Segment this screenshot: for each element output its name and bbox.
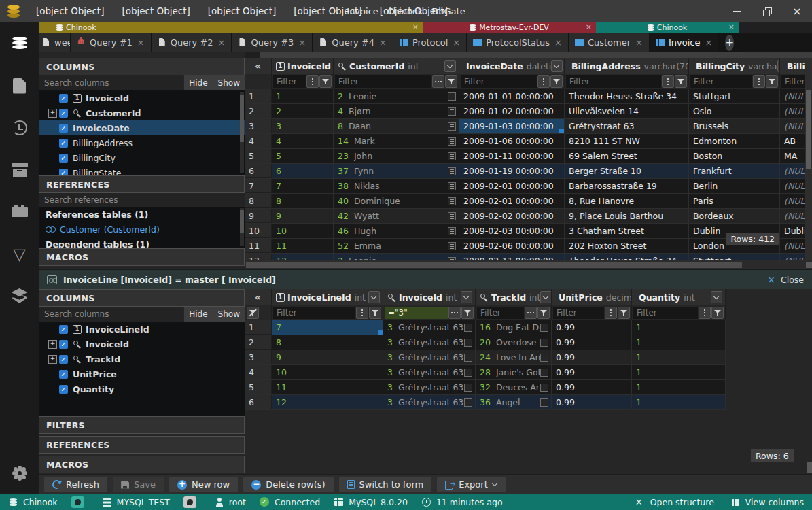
filter-menu-button[interactable] <box>605 307 617 319</box>
cell-invoiceid[interactable]: 2 <box>272 104 334 118</box>
column-dropdown-button[interactable] <box>444 60 456 72</box>
column-dropdown-button[interactable] <box>540 291 552 303</box>
document-lookup-icon[interactable] <box>448 167 456 175</box>
column-header-unitprice[interactable]: UnitPricedecim <box>552 289 632 305</box>
cell-invoiceid[interactable]: 3Grétrystraat 63 <box>383 395 476 409</box>
tab-close-icon[interactable]: × <box>453 37 460 48</box>
cell-invoiceid[interactable]: 9 <box>272 209 334 223</box>
cell-billingaddress[interactable]: Ullevålsveien 14 <box>565 104 689 118</box>
cell-customerid[interactable]: 2Leonie <box>334 254 459 260</box>
checkbox[interactable] <box>59 370 68 379</box>
tab-close-icon[interactable]: × <box>218 37 226 48</box>
cell-trackid[interactable]: 24Love In An E <box>476 350 552 364</box>
document-lookup-icon[interactable] <box>540 354 548 362</box>
references-section-header[interactable]: REFERENCES <box>39 436 245 454</box>
cell-invoicedate[interactable]: 2009-02-03 00:00:00 <box>459 224 565 238</box>
table-row[interactable]: 2 2 4Bjørn 2009-01-02 00:00:00 Ullevålsv… <box>245 104 812 119</box>
cell-billingcity[interactable]: Stuttgart <box>689 254 780 260</box>
document-lookup-icon[interactable] <box>448 197 456 205</box>
cell-billingaddress[interactable]: Theodor-Heuss-Straße 34 <box>565 254 689 260</box>
cell-customerid[interactable]: 42Wyatt <box>334 209 459 223</box>
column-list-item[interactable]: Quantity <box>39 381 245 396</box>
filter-unitprice[interactable] <box>552 305 632 320</box>
tab[interactable]: Query #1 × <box>71 33 152 52</box>
tab[interactable]: Query #2 × <box>152 33 232 52</box>
row-number[interactable]: 2 <box>245 335 272 350</box>
checkbox[interactable] <box>59 109 68 118</box>
column-list-item[interactable]: CustomerId <box>39 105 245 120</box>
panel-scrollbar[interactable] <box>240 208 244 246</box>
menu-item[interactable]: [object Object] <box>199 0 285 22</box>
cell-trackid[interactable]: 32Deuces Are <box>476 380 552 394</box>
cell-quantity[interactable]: 1 <box>632 335 726 350</box>
cell-invoiceid[interactable]: 11 <box>272 239 334 253</box>
filter-menu-button[interactable] <box>662 75 674 88</box>
column-header-billingaddress[interactable]: BillingAddressvarchar(70 <box>565 58 689 74</box>
sidebar-item-plugins[interactable] <box>0 191 39 233</box>
cell-billingcity[interactable]: Bordeaux <box>689 209 780 223</box>
checkbox[interactable] <box>59 169 68 176</box>
menu-item[interactable]: [object Object] <box>113 0 198 22</box>
connection-group-metrostav[interactable]: Metrostav-Evr-DEV × <box>423 22 596 33</box>
cell-invoicedate[interactable]: 2009-01-19 00:00:00 <box>459 164 565 178</box>
tab-close-icon[interactable]: × <box>705 37 712 48</box>
connection-group-chinook[interactable]: Chinook × <box>39 22 423 33</box>
cell-billingaddress[interactable]: 202 Hoxton Street <box>565 239 689 253</box>
cell-quantity[interactable]: 1 <box>632 380 726 394</box>
filter-invoiceid[interactable] <box>272 74 334 89</box>
group-close-icon[interactable]: × <box>728 22 735 31</box>
filter-apply-button[interactable] <box>766 75 778 88</box>
expand-icon[interactable] <box>48 109 59 118</box>
filter-menu-button[interactable] <box>537 75 550 88</box>
clear-filters-cell[interactable] <box>245 305 272 320</box>
document-lookup-icon[interactable] <box>540 324 548 332</box>
filter-input[interactable] <box>273 75 306 88</box>
new-row-button[interactable]: + New row <box>169 477 238 492</box>
close-button[interactable]: × <box>782 0 812 22</box>
cell-billingaddress[interactable]: 8210 111 ST NW <box>565 134 689 148</box>
switch-to-form-button[interactable]: Switch to form <box>339 477 432 492</box>
cell-unitprice[interactable]: 0.99 <box>552 350 632 364</box>
search-columns-input[interactable] <box>39 75 183 90</box>
panel-scrollbar[interactable] <box>240 92 244 173</box>
statusbar-item[interactable] <box>183 496 200 508</box>
table-row[interactable]: 1 7 3Grétrystraat 63 16Dog Eat Dog 0.99 … <box>245 320 726 335</box>
cell-invoicelineid[interactable]: 7 <box>272 320 383 335</box>
group-close-icon[interactable]: × <box>412 22 419 31</box>
cell-trackid[interactable]: 20Overdose <box>476 335 552 350</box>
cell-customerid[interactable]: 14Mark <box>334 134 459 148</box>
macros-section-header[interactable]: MACROS <box>39 248 245 266</box>
document-lookup-icon[interactable] <box>448 242 456 250</box>
reference-link-customer[interactable]: Customer (CustomerId) <box>39 222 245 237</box>
filter-apply-button[interactable] <box>461 307 474 319</box>
cell-trackid[interactable]: 28Janie's Got A <box>476 365 552 379</box>
cell-billingaddress[interactable]: 8, Rue Hanovre <box>565 194 689 208</box>
cell-invoiceid[interactable]: 3Grétrystraat 63 <box>383 350 476 364</box>
row-number[interactable]: 6 <box>245 395 272 409</box>
cell-invoicedate[interactable]: 2009-02-11 00:00:00 <box>459 254 565 260</box>
cell-invoicedate[interactable]: 2009-02-01 00:00:00 <box>459 194 565 208</box>
cell-invoiceid[interactable]: 3Grétrystraat 63 <box>383 380 476 394</box>
filter-input-active[interactable] <box>385 307 448 319</box>
document-lookup-icon[interactable] <box>540 369 548 377</box>
document-lookup-icon[interactable] <box>464 324 472 332</box>
document-lookup-icon[interactable] <box>448 92 456 101</box>
cell-invoiceid[interactable]: 3 <box>272 119 334 133</box>
sidebar-item-history[interactable] <box>0 107 39 149</box>
cell-unitprice[interactable]: 0.99 <box>552 395 632 409</box>
cell-customerid[interactable]: 4Bjørn <box>334 104 459 118</box>
grid-horizontal-scrollbar[interactable] <box>245 260 812 269</box>
cell-invoicedate[interactable]: 2009-01-06 00:00:00 <box>459 134 565 148</box>
tab-close-icon[interactable]: × <box>137 37 145 48</box>
cell-quantity[interactable]: 1 <box>632 350 726 364</box>
sidebar-item-archive[interactable] <box>0 149 39 191</box>
table-row[interactable]: 6 12 3Grétrystraat 63 36Angel 0.99 1 <box>245 395 726 410</box>
document-lookup-icon[interactable] <box>464 369 472 377</box>
filter-input[interactable] <box>335 75 431 88</box>
cell-invoicelineid[interactable]: 9 <box>272 350 383 364</box>
document-lookup-icon[interactable] <box>464 354 472 362</box>
column-header-invoicedate[interactable]: InvoiceDatedateti <box>459 58 565 74</box>
column-list-item[interactable]: InvoiceId <box>39 90 245 105</box>
row-number[interactable]: 6 <box>245 164 272 178</box>
table-row[interactable]: 3 9 3Grétrystraat 63 24Love In An E 0.99… <box>245 350 726 365</box>
